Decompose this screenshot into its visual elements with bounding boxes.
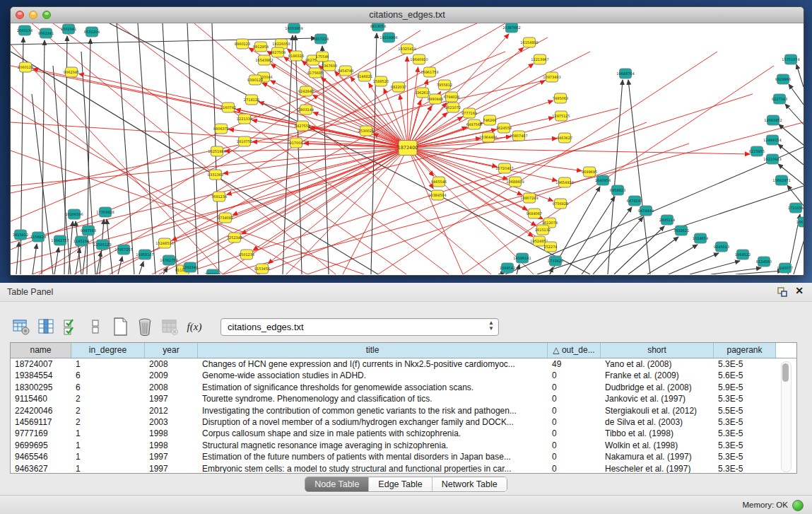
network-node[interactable]: 1094522 <box>735 250 751 259</box>
network-node[interactable]: 9390123 <box>247 75 263 85</box>
network-node[interactable]: 2367608 <box>322 61 337 71</box>
show-column-icon[interactable] <box>36 316 56 337</box>
table-scrollbar-thumb[interactable] <box>782 363 789 382</box>
network-node[interactable]: 8990448 <box>428 94 443 104</box>
column-header-in-degree[interactable]: in_degree <box>71 343 145 358</box>
network-node[interactable]: 9245013 <box>714 242 729 252</box>
network-node[interactable]: 1094542 <box>500 263 515 273</box>
network-node[interactable]: 9331369 <box>208 170 223 180</box>
network-node[interactable]: 9153456 <box>254 264 270 274</box>
network-node[interactable]: 16648784 <box>616 69 634 78</box>
network-node[interactable]: 20387662 <box>502 23 520 33</box>
network-node[interactable]: 8912954 <box>253 42 269 52</box>
network-node[interactable]: 9827509 <box>270 47 286 57</box>
column-header-name[interactable]: name <box>11 343 71 358</box>
table-row[interactable]: 1872400712008Changes of HCN gene express… <box>11 358 796 370</box>
network-node[interactable]: 8215955 <box>749 146 765 156</box>
network-node[interactable]: 19218906 <box>379 33 397 42</box>
network-node[interactable]: 1640954 <box>595 175 611 185</box>
network-node[interactable]: 8454749 <box>338 66 353 76</box>
network-node[interactable]: 7932621 <box>673 226 689 235</box>
network-node[interactable]: 12444154 <box>763 135 781 145</box>
table-row[interactable]: 1456911722003Disruption of a novel membe… <box>11 416 796 428</box>
table-row[interactable]: 946362711997Embryonic stem cells: a mode… <box>11 463 796 474</box>
create-table-icon[interactable] <box>110 316 130 337</box>
network-node[interactable]: 9684067 <box>526 209 542 218</box>
column-header-year[interactable]: year <box>145 343 198 358</box>
column-header-title[interactable]: title <box>198 343 548 358</box>
network-node[interactable]: 16543862 <box>255 55 273 65</box>
float-window-icon[interactable] <box>777 286 788 298</box>
network-node[interactable]: 746266 <box>483 115 496 125</box>
network-node[interactable]: 1292344 <box>182 262 198 272</box>
network-node[interactable]: 8822037 <box>391 82 406 92</box>
table-row[interactable]: 1830029562008Estimation of significance … <box>11 382 796 393</box>
network-node[interactable]: 17359928 <box>96 207 114 217</box>
column-header-short[interactable]: short <box>601 343 714 358</box>
network-node[interactable]: 18640910 <box>410 54 428 64</box>
network-node[interactable]: 9062341 <box>38 28 54 38</box>
network-node[interactable]: 16210643 <box>763 154 781 164</box>
network-canvas[interactable]: 1872400253002118325419186409101696175879… <box>11 23 804 274</box>
network-node[interactable]: 9474444 <box>638 206 654 216</box>
network-node[interactable]: 8124560 <box>756 257 772 267</box>
network-node[interactable]: 2935114 <box>659 215 675 225</box>
network-node[interactable]: 8860123 <box>235 39 250 49</box>
network-node[interactable]: 13942757 <box>51 235 69 245</box>
unselect-all-icon[interactable] <box>86 316 105 337</box>
network-node[interactable]: 917004 <box>289 138 302 148</box>
table-row[interactable]: 1938455462009Genome-wide association stu… <box>11 370 796 381</box>
network-node[interactable]: 9777169 <box>461 108 477 118</box>
network-node[interactable]: 1810755 <box>237 136 252 146</box>
network-node[interactable]: 1872400 <box>398 141 418 156</box>
network-node[interactable]: 17957255 <box>114 245 132 255</box>
network-node[interactable]: 2450212 <box>205 269 220 274</box>
network-node[interactable]: 15720407 <box>495 163 513 173</box>
table-row[interactable]: 911546021997Tourette syndrome. Phenomeno… <box>11 393 796 404</box>
network-node[interactable]: 16154808 <box>520 37 538 47</box>
network-node[interactable]: 9806371 <box>213 124 229 134</box>
network-node[interactable]: 175546 <box>315 52 329 62</box>
network-node[interactable]: 1615132 <box>535 225 551 235</box>
table-scrollbar[interactable] <box>781 361 792 472</box>
network-node[interactable]: 3915912 <box>13 230 28 240</box>
tab-edge-table[interactable]: Edge Table <box>369 477 432 491</box>
network-node[interactable]: 1502341 <box>61 24 76 34</box>
network-node[interactable]: 8531204 <box>84 27 100 37</box>
network-node[interactable]: 9175685 <box>307 68 323 78</box>
network-node[interactable]: 8186328 <box>288 51 304 61</box>
network-node[interactable]: 9097588 <box>81 226 96 235</box>
network-node[interactable]: 9756928 <box>553 199 568 209</box>
network-node[interactable]: 9227343 <box>772 94 787 104</box>
function-builder-icon[interactable]: f(x) <box>184 316 204 337</box>
network-node[interactable]: 1024654 <box>693 233 708 243</box>
network-node[interactable]: 8813054 <box>370 23 386 31</box>
network-node[interactable]: 9463627 <box>557 133 572 143</box>
network-node[interactable]: 10688609 <box>506 177 524 187</box>
network-node[interactable]: 16033809 <box>285 23 302 33</box>
delete-entries-icon[interactable] <box>135 316 155 337</box>
network-node[interactable]: 2803144 <box>298 105 314 115</box>
delete-table-icon[interactable] <box>160 316 180 337</box>
network-window-titlebar[interactable]: citations_edges.txt <box>11 7 804 23</box>
network-node[interactable]: 1721034 <box>788 203 804 213</box>
network-node[interactable]: 19654923 <box>555 177 573 187</box>
network-node[interactable]: 8958923 <box>610 185 625 195</box>
network-node[interactable]: 1156829 <box>30 232 46 242</box>
network-node[interactable]: 2530021 <box>358 126 374 136</box>
network-node[interactable]: 7691234 <box>211 192 227 201</box>
network-node[interactable]: 1160742 <box>220 103 236 112</box>
network-node[interactable]: 6501234 <box>239 250 254 259</box>
network-node[interactable]: 20206596 <box>65 209 83 219</box>
network-node[interactable]: 14196141 <box>513 253 531 263</box>
network-node[interactable]: 6479197 <box>627 196 642 206</box>
network-node[interactable]: 2718126 <box>244 95 259 105</box>
network-node[interactable]: 7485063 <box>553 93 568 103</box>
network-node[interactable]: 12093852 <box>764 115 782 125</box>
network-node[interactable]: 6794024 <box>444 92 459 102</box>
network-node[interactable]: 9062345 <box>64 67 79 77</box>
network-node[interactable]: 1733426 <box>548 256 563 266</box>
network-node[interactable]: 16958107 <box>136 250 153 259</box>
network-node[interactable]: 16961758 <box>420 67 438 77</box>
network-node[interactable]: 9146821 <box>357 71 372 81</box>
